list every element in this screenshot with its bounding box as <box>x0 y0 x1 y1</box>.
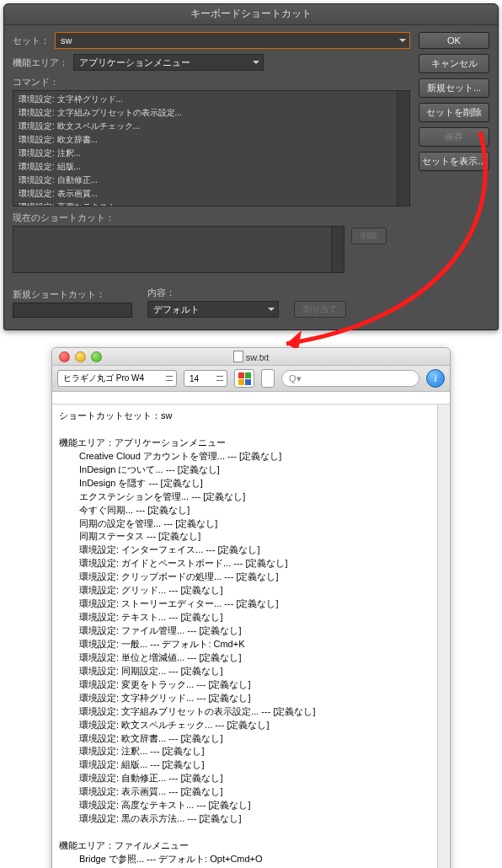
text-line: 環境設定: インターフェイス... --- [定義なし] <box>59 544 431 557</box>
text-line: 環境設定: 文字組みプリセットの表示設定... --- [定義なし] <box>59 705 431 719</box>
list-item[interactable]: 環境設定: 文字組みプリセットの表示設定... <box>13 106 409 120</box>
info-icon[interactable]: i <box>426 369 445 388</box>
text-line: 環境設定: テキスト... --- [定義なし] <box>59 611 431 624</box>
list-item[interactable]: 環境設定: 組版... <box>13 160 409 174</box>
dialog-title: キーボードショートカット <box>4 4 498 25</box>
text-line: エクステンションを管理... --- [定義なし] <box>59 490 431 504</box>
size-value: 14 <box>190 374 199 383</box>
new-shortcut-input[interactable] <box>13 303 132 318</box>
list-item[interactable]: 環境設定: 自動修正... <box>13 174 409 187</box>
current-shortcut-box <box>13 226 344 273</box>
set-dropdown[interactable]: sw <box>55 32 410 49</box>
scrollbar[interactable] <box>437 405 450 868</box>
color-button[interactable] <box>234 369 254 388</box>
set-value: sw <box>61 35 72 46</box>
text-line: Creative Cloud アカウントを管理... --- [定義なし] <box>59 450 431 463</box>
shortcut-dialog: キーボードショートカット セット： sw 機能エリア： アプリケーションメニュー… <box>3 3 499 330</box>
scrollbar[interactable] <box>331 227 344 272</box>
font-dropdown[interactable]: ヒラギノ丸ゴ Pro W4 <box>57 370 177 387</box>
text-line: 環境設定: ファイル管理... --- [定義なし] <box>59 624 431 638</box>
text-line: 環境設定: 変更をトラック... --- [定義なし] <box>59 678 431 692</box>
text-line: 環境設定: 欧文スペルチェック... --- [定義なし] <box>59 719 431 732</box>
text-line: 環境設定: 欧文辞書... --- [定義なし] <box>59 732 431 746</box>
list-item[interactable]: 環境設定: 表示画質... <box>13 187 409 201</box>
text-line: 環境設定: ストーリーエディター... --- [定義なし] <box>59 597 431 611</box>
text-line: 環境設定: 一般... --- デフォルト: Cmd+K <box>59 638 431 651</box>
area-dropdown[interactable]: アプリケーションメニュー <box>73 54 264 71</box>
text-line: 今すぐ同期... --- [定義なし] <box>59 504 431 517</box>
text-line: 環境設定: 黒の表示方法... --- [定義なし] <box>59 812 431 826</box>
area-label: 機能エリア： <box>13 56 68 69</box>
list-item[interactable]: 環境設定: 文字枠グリッド... <box>13 93 409 106</box>
section-header: 機能エリア：アプリケーションメニュー <box>59 437 431 450</box>
ok-button[interactable]: OK <box>419 32 489 49</box>
list-item[interactable]: 環境設定: 高度なテキスト... <box>13 201 409 206</box>
list-item[interactable]: 環境設定: 注釈... <box>13 147 409 160</box>
text-line: 環境設定: 自動修正... --- [定義なし] <box>59 772 431 785</box>
text-content[interactable]: ショートカットセット：sw 機能エリア：アプリケーションメニュー Creativ… <box>52 405 450 868</box>
ruler <box>52 392 450 405</box>
separator <box>261 369 275 388</box>
text-line: InDesign を隠す --- [定義なし] <box>59 477 431 490</box>
text-line: 環境設定: 文字枠グリッド... --- [定義なし] <box>59 692 431 705</box>
current-shortcut-label: 現在のショートカット： <box>13 212 410 224</box>
context-label: 内容： <box>147 287 279 299</box>
context-value: デフォルト <box>153 303 200 316</box>
context-dropdown[interactable]: デフォルト <box>147 301 279 318</box>
text-line: 環境設定: 組版... --- [定義なし] <box>59 758 431 772</box>
show-set-button[interactable]: セットを表示... <box>419 152 489 171</box>
text-line: 環境設定: 高度なテキスト... --- [定義なし] <box>59 799 431 812</box>
text-line: Bridge で参照... --- デフォルト: Opt+Cmd+O <box>59 853 431 866</box>
delete-set-button[interactable]: セットを削除 <box>419 103 489 122</box>
font-value: ヒラギノ丸ゴ Pro W4 <box>63 372 144 384</box>
text-line: 環境設定: 表示画質... --- [定義なし] <box>59 785 431 799</box>
text-line: 同期ステータス --- [定義なし] <box>59 530 431 544</box>
delete-button[interactable]: 削除 <box>351 228 387 244</box>
text-line: 環境設定: 単位と増減値... --- [定義なし] <box>59 651 431 665</box>
color-swatch-icon <box>238 372 251 385</box>
text-line: 環境設定: クリップボードの処理... --- [定義なし] <box>59 571 431 584</box>
text-line: 同期の設定を管理... --- [定義なし] <box>59 517 431 531</box>
heading-line: ショートカットセット：sw <box>59 410 431 423</box>
text-editor-window: sw.txt ヒラギノ丸ゴ Pro W4 14 Q▾ i ショートカットセット：… <box>51 347 451 868</box>
size-dropdown[interactable]: 14 <box>184 370 227 387</box>
titlebar[interactable]: sw.txt <box>52 348 450 366</box>
search-icon: Q▾ <box>289 373 302 384</box>
search-input[interactable]: Q▾ <box>281 370 419 387</box>
new-set-button[interactable]: 新規セット... <box>419 78 489 98</box>
assign-button[interactable]: 割り当て <box>294 301 346 318</box>
list-item[interactable]: 環境設定: 欧文辞書... <box>13 133 409 147</box>
new-shortcut-label: 新規ショートカット： <box>13 288 132 301</box>
text-line: 環境設定: 同期設定... --- [定義なし] <box>59 665 431 678</box>
text-line: InDesign について... --- [定義なし] <box>59 463 431 477</box>
toolbar: ヒラギノ丸ゴ Pro W4 14 Q▾ i <box>52 366 450 392</box>
command-list[interactable]: 環境設定: 文字枠グリッド...環境設定: 文字組みプリセットの表示設定...環… <box>13 90 410 206</box>
cancel-button[interactable]: キャンセル <box>419 54 489 73</box>
area-value: アプリケーションメニュー <box>79 56 190 69</box>
command-label: コマンド： <box>13 76 410 88</box>
text-line: 環境設定: ガイドとペーストボード... --- [定義なし] <box>59 557 431 571</box>
window-title: sw.txt <box>52 351 450 362</box>
text-line: 環境設定: グリッド... --- [定義なし] <box>59 584 431 597</box>
section-header: 機能エリア：ファイルメニュー <box>59 839 431 853</box>
scrollbar[interactable] <box>397 91 409 206</box>
list-item[interactable]: 環境設定: 欧文スペルチェック... <box>13 120 409 133</box>
set-label: セット： <box>13 35 50 47</box>
document-icon <box>233 351 243 362</box>
save-button[interactable]: 保存 <box>419 127 489 147</box>
text-line: 環境設定: 注釈... --- [定義なし] <box>59 745 431 758</box>
